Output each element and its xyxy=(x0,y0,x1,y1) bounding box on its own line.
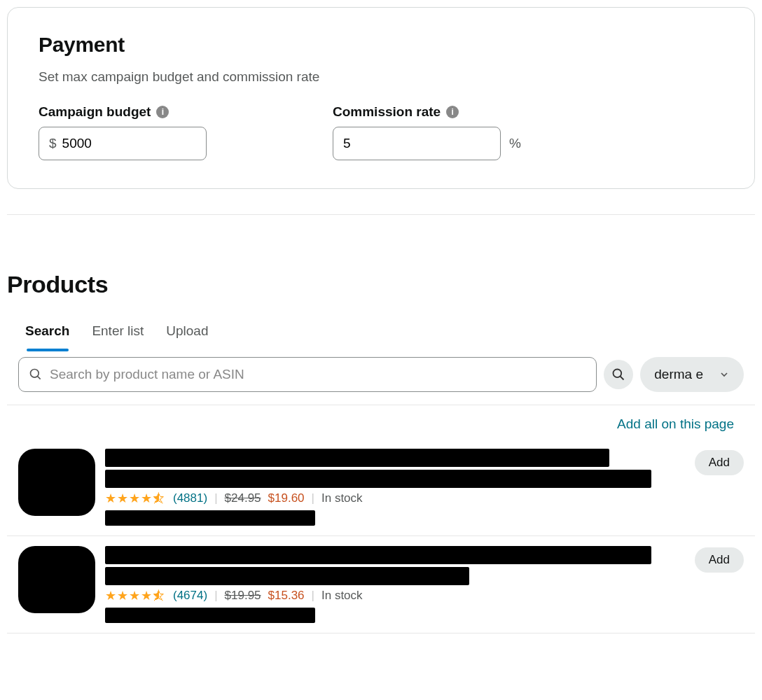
payment-title: Payment xyxy=(39,33,723,57)
svg-point-2 xyxy=(614,370,622,378)
tab-search[interactable]: Search xyxy=(25,323,69,339)
commission-rate-input[interactable] xyxy=(343,136,509,151)
product-asin xyxy=(105,608,315,623)
product-row: ★★★★⯪ (4881) | $24.95 $19.60 | In stock … xyxy=(7,439,755,536)
product-asin xyxy=(105,510,315,526)
percent-symbol: % xyxy=(509,136,521,151)
stock-status: In stock xyxy=(321,589,363,603)
search-button[interactable] xyxy=(604,360,633,389)
search-icon xyxy=(29,368,43,382)
products-title: Products xyxy=(7,271,755,298)
tab-upload[interactable]: Upload xyxy=(166,323,208,339)
svg-line-3 xyxy=(621,377,624,380)
tab-enter-list[interactable]: Enter list xyxy=(92,323,144,339)
campaign-budget-field: Campaign budget i $ xyxy=(39,104,207,160)
currency-symbol: $ xyxy=(49,136,57,151)
star-rating-icon: ★★★★⯪ xyxy=(105,491,166,506)
product-row: ★★★★⯪ (4674) | $19.95 $15.36 | In stock … xyxy=(7,536,755,634)
add-all-link[interactable]: Add all on this page xyxy=(617,416,734,431)
products-tabs: Search Enter list Upload xyxy=(7,323,755,351)
campaign-budget-input[interactable] xyxy=(57,136,234,151)
sale-price: $19.60 xyxy=(268,491,305,505)
product-title[interactable] xyxy=(105,449,685,488)
brand-filter-dropdown[interactable]: derma e xyxy=(640,357,744,392)
section-divider xyxy=(7,214,755,215)
review-count[interactable]: (4674) xyxy=(173,589,207,603)
product-thumbnail[interactable] xyxy=(18,546,95,613)
svg-point-0 xyxy=(31,370,39,378)
info-icon[interactable]: i xyxy=(446,106,459,118)
original-price: $24.95 xyxy=(225,491,261,505)
stock-status: In stock xyxy=(321,491,363,505)
product-search-input[interactable] xyxy=(50,367,586,382)
product-title[interactable] xyxy=(105,546,685,585)
commission-rate-label: Commission rate xyxy=(333,104,441,120)
brand-filter-selected: derma e xyxy=(654,367,703,382)
add-button[interactable]: Add xyxy=(695,450,744,475)
campaign-budget-input-wrap: $ xyxy=(39,127,207,160)
add-button[interactable]: Add xyxy=(695,547,744,573)
original-price: $19.95 xyxy=(225,589,261,603)
info-icon[interactable]: i xyxy=(156,106,169,118)
chevron-down-icon xyxy=(719,369,730,380)
search-icon xyxy=(611,368,625,382)
commission-rate-input-wrap: % xyxy=(333,127,501,160)
product-thumbnail[interactable] xyxy=(18,449,95,516)
product-search-box xyxy=(18,357,597,392)
payment-subtitle: Set max campaign budget and commission r… xyxy=(39,69,723,85)
campaign-budget-label: Campaign budget xyxy=(39,104,151,120)
star-rating-icon: ★★★★⯪ xyxy=(105,588,166,603)
commission-rate-field: Commission rate i % xyxy=(333,104,501,160)
sale-price: $15.36 xyxy=(268,589,305,603)
svg-line-1 xyxy=(38,377,41,379)
review-count[interactable]: (4881) xyxy=(173,491,207,505)
payment-card: Payment Set max campaign budget and comm… xyxy=(7,7,755,189)
